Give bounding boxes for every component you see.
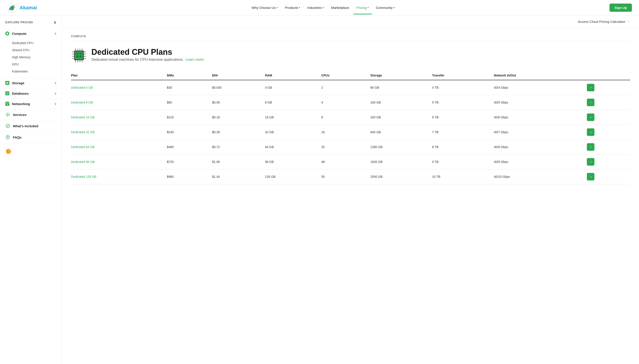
plan-storage: 640 GB bbox=[367, 125, 428, 140]
table-row: Dedicated 64 GB $480 $0.72 64 GB 32 1280… bbox=[71, 140, 630, 154]
plan-select-button[interactable]: → bbox=[587, 173, 594, 180]
sidebar-section-compute: Compute ∧ Dedicated CPU Shared CPU High … bbox=[0, 28, 62, 78]
col-network: Network In/Out bbox=[490, 72, 583, 80]
plan-cpus: 8 bbox=[318, 110, 367, 125]
plan-name-link[interactable]: Dedicated 128 GB bbox=[71, 175, 96, 178]
cpu-chip-icon bbox=[71, 48, 87, 64]
storage-section-header[interactable]: Storage ∨ bbox=[0, 78, 62, 88]
plan-ram: 32 GB bbox=[261, 125, 318, 140]
sidebar-item-dedicated-cpu[interactable]: Dedicated CPU bbox=[0, 40, 62, 46]
explore-pricing-label: EXPLORE PRICING bbox=[5, 21, 33, 24]
chevron-down-icon: ∨ bbox=[54, 102, 57, 106]
plan-storage: 160 GB bbox=[367, 95, 428, 110]
plan-mo: $240 bbox=[163, 125, 209, 140]
nav-industries[interactable]: Industries ▾ bbox=[304, 4, 327, 11]
table-row: Dedicated 8 GB $60 $0.09 8 GB 4 160 GB 5… bbox=[71, 95, 630, 110]
plan-ram: 8 GB bbox=[261, 95, 318, 110]
compute-label: Compute bbox=[12, 32, 27, 36]
plan-info: Dedicated CPU Plans Dedicated virtual ma… bbox=[91, 48, 205, 62]
plan-select-button[interactable]: → bbox=[587, 143, 594, 151]
plan-select-button[interactable]: → bbox=[587, 128, 594, 136]
plan-select-button[interactable]: → bbox=[587, 158, 594, 166]
svg-rect-43 bbox=[76, 56, 79, 58]
signup-button[interactable]: Sign Up bbox=[609, 4, 632, 12]
plan-hr: $0.09 bbox=[209, 95, 262, 110]
plan-name-link[interactable]: Dedicated 8 GB bbox=[71, 101, 93, 104]
svg-rect-4 bbox=[6, 83, 9, 84]
sidebar-item-kubernetes[interactable]: Kubernetes bbox=[0, 68, 62, 75]
compute-subitems: Dedicated CPU Shared CPU High Memory GPU… bbox=[0, 38, 62, 78]
databases-icon bbox=[5, 91, 9, 95]
nav-community[interactable]: Community ▾ bbox=[373, 4, 398, 11]
svg-rect-42 bbox=[79, 53, 82, 54]
sidebar-item-faqs[interactable]: FAQs bbox=[0, 132, 62, 143]
logo[interactable]: Akamai bbox=[7, 2, 37, 13]
plan-name-link[interactable]: Dedicated 64 GB bbox=[71, 145, 95, 149]
databases-section-header[interactable]: Databases ∨ bbox=[0, 88, 62, 98]
plan-transfer: 8 TB bbox=[429, 140, 490, 154]
col-mo: $/Mo bbox=[163, 72, 209, 80]
plan-name-link[interactable]: Dedicated 96 GB bbox=[71, 160, 95, 164]
cookie-icon bbox=[5, 148, 12, 154]
svg-line-11 bbox=[7, 103, 7, 104]
svg-point-22 bbox=[7, 152, 7, 152]
svg-point-17 bbox=[6, 149, 11, 154]
plan-ram: 4 GB bbox=[261, 80, 318, 95]
col-ram: RAM bbox=[261, 72, 318, 80]
sidebar-section-databases: Databases ∨ bbox=[0, 88, 62, 99]
plan-hr: $0.045 bbox=[209, 80, 262, 95]
plan-mo: $720 bbox=[163, 154, 209, 169]
plan-name-link[interactable]: Dedicated 4 GB bbox=[71, 86, 93, 89]
plan-hr: $0.36 bbox=[209, 125, 262, 140]
plan-name-link[interactable]: Dedicated 16 GB bbox=[71, 116, 95, 119]
svg-rect-9 bbox=[8, 103, 9, 103]
main-content: Access Cloud Pricing Calculator → COMPUT… bbox=[62, 16, 639, 364]
chevron-down-icon: ▾ bbox=[276, 6, 278, 9]
svg-rect-40 bbox=[75, 52, 83, 59]
nav-pricing[interactable]: Pricing ▾ bbox=[353, 4, 372, 11]
nav-why-choose-us[interactable]: Why Choose Us ▾ bbox=[248, 4, 281, 11]
networking-section-header[interactable]: Networking ∨ bbox=[0, 99, 62, 109]
chevron-down-icon: ▾ bbox=[323, 6, 324, 9]
nav-marketplace[interactable]: Marketplace bbox=[328, 4, 352, 11]
collapse-icon[interactable]: ∧ bbox=[54, 20, 57, 25]
table-header-row: Plan $/Mo $/Hr RAM CPUs Storage Transfer… bbox=[71, 72, 630, 80]
plan-storage: 80 GB bbox=[367, 80, 428, 95]
plan-name-link[interactable]: Dedicated 32 GB bbox=[71, 130, 95, 134]
question-icon bbox=[5, 135, 10, 140]
sidebar-item-services[interactable]: Services bbox=[0, 109, 62, 120]
nav-products[interactable]: Products ▾ bbox=[282, 4, 303, 11]
svg-rect-3 bbox=[6, 82, 9, 83]
sidebar-item-whats-included[interactable]: What's Included bbox=[0, 120, 62, 132]
svg-rect-8 bbox=[6, 103, 7, 103]
plan-select-button[interactable]: → bbox=[587, 99, 594, 106]
pricing-calculator-label: Access Cloud Pricing Calculator bbox=[578, 20, 625, 24]
plan-transfer: 7 TB bbox=[429, 125, 490, 140]
compute-section-header[interactable]: Compute ∧ bbox=[0, 28, 62, 38]
plan-storage: 320 GB bbox=[367, 110, 428, 125]
chevron-down-icon: ▾ bbox=[368, 6, 369, 9]
storage-icon bbox=[5, 81, 9, 85]
plan-cpus: 16 bbox=[318, 125, 367, 140]
sidebar-item-shared-cpu[interactable]: Shared CPU bbox=[0, 46, 62, 54]
plan-transfer: 5 TB bbox=[429, 95, 490, 110]
plan-select-button[interactable]: → bbox=[587, 84, 594, 91]
page-layout: EXPLORE PRICING ∧ Compute ∧ Dedicated CP… bbox=[0, 16, 639, 364]
plan-network: 40/5 Gbps bbox=[490, 95, 583, 110]
plan-hr: $0.72 bbox=[209, 140, 262, 154]
table-row: Dedicated 96 GB $720 $1.08 96 GB 48 1920… bbox=[71, 154, 630, 169]
plan-network: 40/10 Gbps bbox=[490, 169, 583, 184]
check-circle-icon bbox=[5, 124, 10, 128]
compute-icon bbox=[5, 32, 9, 36]
pricing-calculator-link[interactable]: Access Cloud Pricing Calculator → bbox=[578, 20, 630, 24]
plan-transfer: 4 TB bbox=[429, 80, 490, 95]
plan-select-button[interactable]: → bbox=[587, 114, 594, 121]
sidebar-item-high-memory[interactable]: High Memory bbox=[0, 54, 62, 61]
svg-point-19 bbox=[9, 151, 10, 152]
plan-mo: $480 bbox=[163, 140, 209, 154]
plan-transfer: 10 TB bbox=[429, 169, 490, 184]
sidebar-item-gpu[interactable]: GPU bbox=[0, 61, 62, 68]
networking-label: Networking bbox=[12, 102, 30, 106]
learn-more-link[interactable]: Learn more. bbox=[185, 58, 205, 62]
plan-title: Dedicated CPU Plans bbox=[91, 48, 205, 57]
